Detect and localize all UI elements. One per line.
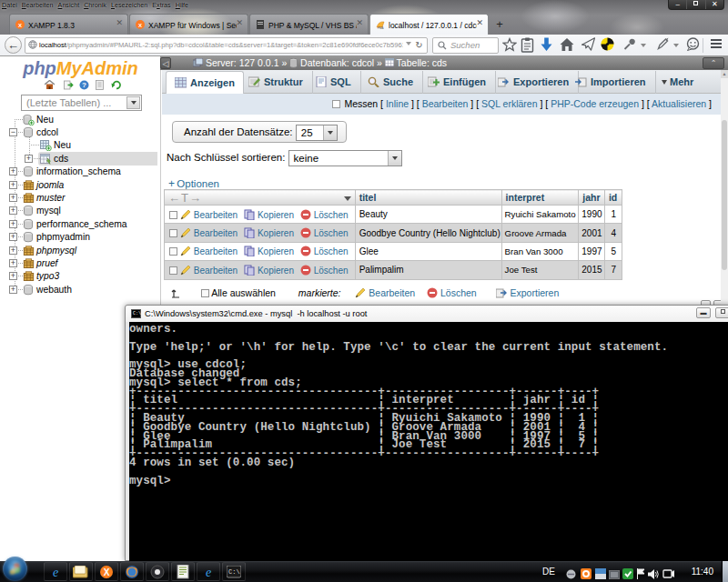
svg-text:X: X: [18, 23, 22, 28]
svg-text:e: e: [206, 566, 211, 579]
svg-text:PMA: PMA: [378, 26, 384, 30]
svg-text:X: X: [138, 23, 142, 28]
svg-text:?: ?: [82, 81, 86, 89]
svg-text:e: e: [53, 566, 58, 579]
svg-text:C:\: C:\: [228, 568, 240, 576]
svg-text:X: X: [104, 567, 110, 577]
